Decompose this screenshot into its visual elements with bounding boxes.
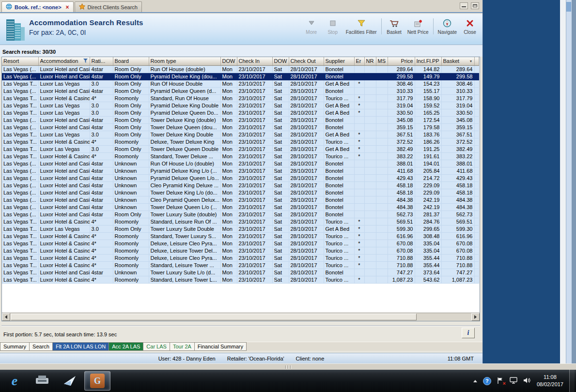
table-row[interactable]: Las Vegas (...Luxor Hotel and Casino4sta… bbox=[2, 123, 479, 131]
cell-board: Room Only bbox=[113, 225, 149, 232]
tab-search[interactable]: Search bbox=[30, 342, 53, 351]
basket-button[interactable]: Basket bbox=[384, 17, 405, 36]
cell-incl-fl-pp: 154.23 bbox=[415, 80, 441, 87]
table-row[interactable]: Las Vegas T...Luxor Las Vegas3.0Room Onl… bbox=[2, 145, 479, 152]
table-row[interactable]: Las Vegas (...Luxor Hotel and Casino4sta… bbox=[2, 116, 479, 123]
table-row[interactable]: Las Vegas (...Luxor Hotel and Casino4sta… bbox=[2, 160, 479, 167]
table-row[interactable]: Las Vegas (...Luxor Hotel and Casino4sta… bbox=[2, 87, 479, 94]
column-header-supplier[interactable]: Supplier bbox=[324, 57, 354, 65]
column-header-room-type[interactable]: Room type bbox=[149, 57, 220, 65]
minimize-button[interactable] bbox=[460, 2, 468, 9]
table-row[interactable]: Las Vegas T...Luxor Hotel & Casino4*Room… bbox=[2, 138, 479, 145]
column-header-check-in[interactable]: Check In bbox=[237, 57, 272, 65]
show-desktop-button[interactable] bbox=[569, 370, 575, 392]
table-row[interactable]: Las Vegas (...Luxor Hotel and Casino4sta… bbox=[2, 181, 479, 189]
tab-financial-summary[interactable]: Financial Summary bbox=[195, 342, 247, 351]
window-tab-book-ref[interactable]: Book. ref.: <none> × bbox=[1, 1, 74, 12]
table-row[interactable]: Las Vegas T...Luxor Hotel and Casino4sta… bbox=[2, 269, 479, 276]
table-row[interactable]: Las Vegas (...Luxor Hotel and Casino4sta… bbox=[2, 167, 479, 174]
table-row[interactable]: Las Vegas T...Luxor Hotel & Casino4*Room… bbox=[2, 232, 479, 240]
table-row[interactable]: Las Vegas (...Luxor Hotel and Casino4sta… bbox=[2, 73, 479, 80]
internet-explorer-taskbar-button[interactable]: e bbox=[1, 371, 28, 391]
cell-accommodation: Luxor Hotel & Casino bbox=[38, 232, 90, 240]
cell-supplier: Tourico ... bbox=[324, 138, 354, 145]
scroll-left-button[interactable] bbox=[2, 313, 10, 321]
g-app-taskbar-button[interactable]: G bbox=[84, 371, 110, 391]
nett-price-button[interactable]: Nett Price bbox=[405, 17, 431, 36]
cell-basket: 388.01 bbox=[441, 160, 474, 167]
column-header-dow[interactable]: DOW bbox=[220, 57, 237, 65]
navigate-button[interactable]: Navigate bbox=[436, 17, 459, 36]
column-header-check-out[interactable]: Check Out bbox=[289, 57, 324, 65]
table-row[interactable]: Las Vegas T...Luxor Las Vegas3.0Room Onl… bbox=[2, 102, 479, 109]
header-toolbar: MoreStopFacilities FilterBasketNett Pric… bbox=[301, 17, 481, 36]
tab-tour-2a[interactable]: Tour 2A bbox=[170, 342, 195, 351]
tab-car-las[interactable]: Car LAS bbox=[143, 342, 170, 351]
help-tray-icon[interactable]: ? bbox=[483, 377, 491, 385]
column-header-incl-fl-pp[interactable]: Incl.Fl.PP bbox=[415, 57, 441, 65]
table-row[interactable]: Las Vegas (...Luxor Hotel and Casino4sta… bbox=[2, 196, 479, 203]
tab-close-icon[interactable]: × bbox=[66, 4, 69, 10]
table-row[interactable]: Las Vegas T...Luxor Hotel & Casino4*Room… bbox=[2, 247, 479, 254]
cell-basket: 484.38 bbox=[441, 196, 474, 203]
cell-filler bbox=[474, 174, 479, 181]
table-row[interactable]: Las Vegas T...Luxor Las Vegas3.0Room Onl… bbox=[2, 109, 479, 116]
cell-incl-fl-pp: 159.52 bbox=[415, 102, 441, 109]
column-header-price[interactable]: Price bbox=[388, 57, 415, 65]
tab-summary[interactable]: Summary bbox=[0, 342, 30, 351]
cell-room-type: Deluxe, Leisure Cleo Pyra... bbox=[149, 254, 220, 261]
table-row[interactable]: Las Vegas (...Luxor Hotel and Casino4sta… bbox=[2, 189, 479, 196]
network-tray-icon[interactable] bbox=[510, 377, 517, 385]
plane-app-taskbar-button[interactable] bbox=[57, 371, 83, 391]
horizontal-scrollbar[interactable] bbox=[2, 313, 480, 321]
facilities-filter-button[interactable]: Facilities Filter bbox=[343, 17, 379, 36]
table-row[interactable]: Las Vegas (...Luxor Hotel and Casino4sta… bbox=[2, 65, 479, 73]
cell-board: Room Only bbox=[113, 145, 149, 152]
table-row[interactable]: Las Vegas (...Luxor Hotel and Casino4sta… bbox=[2, 203, 479, 211]
table-row[interactable]: Las Vegas T...Luxor Hotel & Casino4*Room… bbox=[2, 254, 479, 261]
cell-check-in: 23/10/2017 bbox=[237, 80, 272, 87]
maximize-button[interactable] bbox=[471, 2, 479, 9]
device-app-taskbar-button[interactable] bbox=[29, 371, 55, 391]
show-hidden-icons-chevron-icon[interactable] bbox=[473, 380, 477, 382]
table-row[interactable]: Las Vegas T...Luxor Hotel & Casino4*Room… bbox=[2, 94, 479, 102]
cell-board: Room Only bbox=[113, 123, 149, 131]
column-header-accommodation[interactable]: Accommodation bbox=[38, 57, 90, 65]
action-center-flag-icon[interactable]: × bbox=[497, 377, 504, 385]
cell-room-type: Tower Deluxe King L/o (do... bbox=[149, 189, 220, 196]
column-header-er[interactable]: Er bbox=[354, 57, 364, 65]
tab-flt-2a-lon-las-lon[interactable]: Flt 2A LON LAS LON bbox=[53, 342, 109, 351]
column-header-nr[interactable]: NR bbox=[364, 57, 376, 65]
table-row[interactable]: Las Vegas T...Luxor Las Vegas3.0Room Onl… bbox=[2, 80, 479, 87]
filter-icon[interactable] bbox=[83, 58, 88, 64]
column-header-board[interactable]: Board bbox=[113, 57, 149, 65]
close-button[interactable]: Close bbox=[459, 17, 481, 36]
scroll-right-button[interactable] bbox=[471, 313, 480, 321]
info-button[interactable]: i bbox=[462, 328, 475, 338]
table-row[interactable]: Las Vegas T...Luxor Hotel & Casino4*Room… bbox=[2, 152, 479, 160]
cell-basket: 372.52 bbox=[441, 138, 474, 145]
table-row[interactable]: Las Vegas (...Luxor Hotel and Casino4sta… bbox=[2, 174, 479, 181]
table-row[interactable]: Las Vegas (...Luxor Hotel and Casino4sta… bbox=[2, 211, 479, 218]
hscrollbar-thumb[interactable] bbox=[11, 314, 417, 320]
window-tab-direct-clients-search[interactable]: Direct Clients Search bbox=[75, 1, 142, 12]
table-row[interactable]: Las Vegas T...Luxor Hotel & Casino4*Room… bbox=[2, 261, 479, 269]
column-header-resort[interactable]: Resort bbox=[2, 57, 38, 65]
cell-ms bbox=[376, 189, 388, 196]
cell-accommodation: Luxor Hotel and Casino bbox=[38, 189, 90, 196]
cell-rati: 4star bbox=[90, 87, 113, 94]
column-header-dow[interactable]: DOW bbox=[272, 57, 289, 65]
table-row[interactable]: Las Vegas T...Luxor Las Vegas3.0Room Onl… bbox=[2, 225, 479, 232]
table-row[interactable]: Las Vegas T...Luxor Las Vegas3.0Room Onl… bbox=[2, 131, 479, 138]
cell-ms bbox=[376, 109, 388, 116]
tab-acc-2a-las[interactable]: Acc 2A LAS bbox=[109, 342, 143, 351]
table-row[interactable]: Las Vegas T...Luxor Hotel & Casino4*Room… bbox=[2, 276, 479, 283]
table-row[interactable]: Las Vegas T...Luxor Hotel & Casino4*Room… bbox=[2, 218, 479, 225]
column-header-basket[interactable]: Basket▼ bbox=[441, 57, 474, 65]
taskbar-clock[interactable]: 11:08 08/02/2017 bbox=[537, 374, 563, 388]
column-header-rati[interactable]: Rati... bbox=[90, 57, 113, 65]
column-header-ms[interactable]: MS bbox=[376, 57, 388, 65]
table-row[interactable]: Las Vegas T...Luxor Hotel & Casino4*Room… bbox=[2, 240, 479, 247]
volume-tray-icon[interactable] bbox=[523, 377, 531, 385]
cell-check-in: 23/10/2017 bbox=[237, 102, 272, 109]
